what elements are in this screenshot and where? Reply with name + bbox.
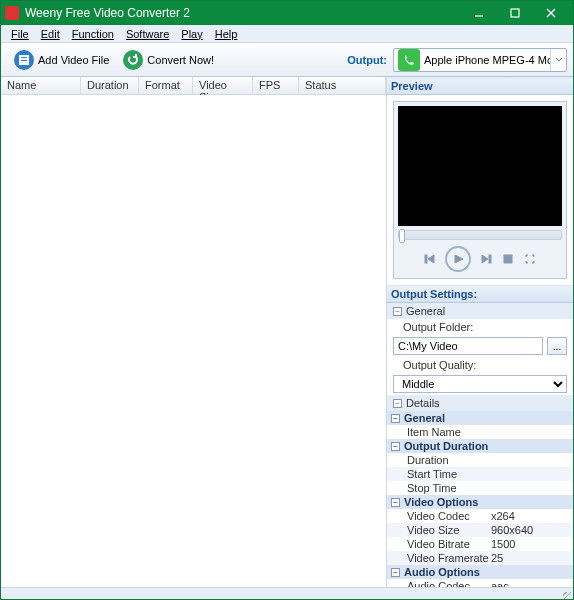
- menu-help[interactable]: Help: [209, 28, 244, 40]
- sub-duration[interactable]: −Output Duration: [387, 439, 573, 453]
- seek-thumb[interactable]: [399, 229, 405, 243]
- convert-label: Convert Now!: [147, 54, 214, 66]
- toolbar: Add Video File Convert Now! Output: Appl…: [1, 43, 573, 77]
- preview-header: Preview: [387, 77, 573, 95]
- output-format-select[interactable]: Apple iPhone MPEG-4 Movie (*.mp4): [393, 48, 567, 72]
- list-header: Name Duration Format Video Size FPS Stat…: [1, 77, 386, 95]
- video-preview[interactable]: [398, 106, 562, 226]
- sub-video[interactable]: −Video Options: [387, 495, 573, 509]
- stop-button[interactable]: [501, 252, 515, 266]
- add-video-button[interactable]: Add Video File: [7, 47, 116, 73]
- svg-marker-8: [428, 255, 434, 263]
- titlebar[interactable]: Weeny Free Video Converter 2: [1, 1, 573, 25]
- convert-button[interactable]: Convert Now!: [116, 47, 221, 73]
- svg-rect-1: [511, 9, 519, 17]
- window-title: Weeny Free Video Converter 2: [25, 6, 461, 20]
- prev-button[interactable]: [423, 252, 437, 266]
- settings-header: Output Settings:: [387, 285, 573, 303]
- menu-edit[interactable]: Edit: [35, 28, 66, 40]
- resize-grip[interactable]: [559, 588, 573, 601]
- menubar: File Edit Function Software Play Help: [1, 25, 573, 43]
- file-list[interactable]: [1, 95, 386, 587]
- sub-audio[interactable]: −Audio Options: [387, 565, 573, 579]
- svg-rect-12: [504, 255, 512, 263]
- minimize-button[interactable]: [461, 1, 497, 25]
- output-folder-label: Output Folder:: [387, 319, 573, 335]
- maximize-button[interactable]: [497, 1, 533, 25]
- close-button[interactable]: [533, 1, 569, 25]
- browse-button[interactable]: ...: [547, 337, 567, 355]
- menu-function[interactable]: Function: [66, 28, 120, 40]
- film-icon: [14, 50, 34, 70]
- svg-marker-10: [482, 255, 488, 263]
- svg-rect-7: [425, 255, 427, 263]
- sub-general[interactable]: −General: [387, 411, 573, 425]
- seek-slider[interactable]: [398, 230, 562, 240]
- output-format-label: Apple iPhone MPEG-4 Movie (*.mp4): [424, 54, 550, 66]
- play-button[interactable]: [445, 246, 471, 272]
- group-general-header[interactable]: − General: [387, 303, 573, 319]
- collapse-icon: −: [393, 307, 402, 316]
- phone-icon: [398, 49, 420, 71]
- settings-panel: − General Output Folder: ... Output Qual…: [387, 303, 573, 587]
- col-duration[interactable]: Duration: [81, 77, 139, 94]
- group-details-header[interactable]: − Details: [387, 395, 573, 411]
- collapse-icon: −: [393, 399, 402, 408]
- next-button[interactable]: [479, 252, 493, 266]
- output-quality-label: Output Quality:: [387, 357, 573, 373]
- convert-icon: [123, 50, 143, 70]
- col-name[interactable]: Name: [1, 77, 81, 94]
- col-fps[interactable]: FPS: [253, 77, 299, 94]
- output-quality-select[interactable]: Middle: [393, 375, 567, 393]
- output-label: Output:: [347, 54, 387, 66]
- menu-software[interactable]: Software: [120, 28, 175, 40]
- file-list-panel: Name Duration Format Video Size FPS Stat…: [1, 77, 387, 587]
- svg-marker-9: [455, 255, 463, 263]
- statusbar: [1, 587, 573, 600]
- preview-frame: [393, 101, 567, 279]
- menu-play[interactable]: Play: [175, 28, 208, 40]
- svg-rect-11: [489, 255, 491, 263]
- fullscreen-button[interactable]: [523, 252, 537, 266]
- add-video-label: Add Video File: [38, 54, 109, 66]
- col-format[interactable]: Format: [139, 77, 193, 94]
- chevron-down-icon: [550, 49, 566, 71]
- col-status[interactable]: Status: [299, 77, 386, 94]
- col-size[interactable]: Video Size: [193, 77, 253, 94]
- menu-file[interactable]: File: [5, 28, 35, 40]
- app-icon: [5, 6, 19, 20]
- output-folder-input[interactable]: [393, 337, 543, 355]
